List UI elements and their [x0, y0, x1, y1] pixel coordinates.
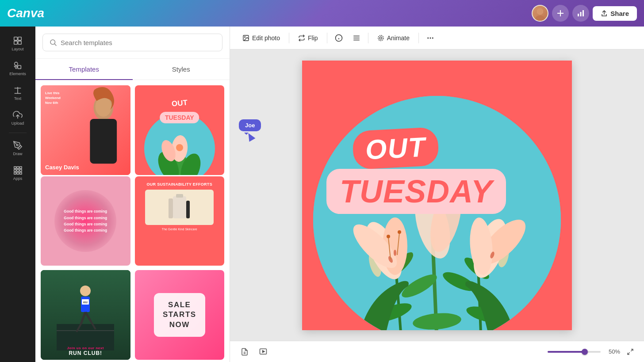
- sidebar-item-draw[interactable]: Draw: [4, 137, 31, 160]
- svg-point-90: [387, 235, 390, 238]
- svg-rect-42: [169, 198, 173, 218]
- templates-panel: Templates Styles Live this Weekend: [35, 27, 230, 362]
- joe-name: Joe: [245, 122, 255, 129]
- sidebar-item-elements[interactable]: Elements: [4, 57, 31, 80]
- user-avatar[interactable]: [532, 5, 548, 22]
- search-input-wrap[interactable]: [42, 34, 222, 51]
- template1-subtitle2: Weekend: [45, 95, 61, 100]
- sidebar-upload-label: Upload: [12, 121, 24, 126]
- svg-rect-21: [14, 166, 16, 168]
- svg-point-2: [537, 8, 543, 15]
- more-button[interactable]: [422, 30, 438, 46]
- sidebar-item-upload[interactable]: Upload: [4, 106, 31, 129]
- svg-rect-11: [14, 41, 17, 44]
- header-right: Share: [532, 5, 637, 22]
- toolbar-divider-3: [368, 33, 368, 43]
- info-button[interactable]: [331, 30, 347, 46]
- zoom-slider[interactable]: [548, 351, 601, 353]
- template1-name: Casey Davis: [45, 164, 79, 171]
- template-card-event[interactable]: Live this Weekend Nov 6th Casey Davis: [41, 85, 130, 175]
- canvas-container[interactable]: Joe: [230, 50, 644, 341]
- svg-point-64: [378, 35, 383, 41]
- zoom-label: 50%: [604, 348, 620, 355]
- template4-title: OUR SUSTAINABILITY EFFORTS: [147, 182, 212, 187]
- svg-rect-25: [17, 169, 19, 171]
- svg-rect-10: [18, 37, 21, 40]
- design-canvas[interactable]: OUT TUESDAY: [302, 61, 572, 330]
- sidebar-layout-label: Layout: [12, 47, 23, 51]
- app-logo[interactable]: Canva: [7, 6, 44, 20]
- edit-photo-button[interactable]: Edit photo: [237, 31, 285, 45]
- sidebar-draw-label: Draw: [13, 152, 22, 156]
- add-button[interactable]: [552, 5, 569, 22]
- svg-line-31: [54, 44, 56, 46]
- notes-button[interactable]: [237, 344, 252, 359]
- svg-rect-23: [20, 166, 22, 168]
- share-label: Share: [610, 10, 629, 17]
- toolbar: Edit photo Flip: [230, 27, 644, 50]
- svg-line-50: [85, 312, 91, 322]
- svg-point-56: [245, 36, 245, 37]
- tab-styles[interactable]: Styles: [133, 59, 230, 80]
- zoom-thumb[interactable]: [582, 349, 588, 355]
- svg-rect-33: [90, 119, 117, 164]
- template-card-sale[interactable]: SALE STARTS NOW: [135, 270, 225, 360]
- animate-button[interactable]: Animate: [372, 31, 415, 45]
- template-card-tuesday[interactable]: OUT TUESDAY: [135, 85, 225, 175]
- animate-icon: [377, 34, 384, 42]
- svg-rect-27: [14, 172, 16, 174]
- sidebar-item-layout[interactable]: Layout: [4, 32, 31, 55]
- svg-marker-99: [263, 351, 265, 353]
- more-icon: [426, 34, 434, 42]
- svg-rect-22: [17, 166, 19, 168]
- svg-point-30: [50, 40, 55, 45]
- template-card-sustainability[interactable]: OUR SUSTAINABILITY EFFORTS The Gentle Ki…: [135, 176, 225, 266]
- svg-point-92: [398, 230, 401, 234]
- canvas-area: Edit photo Flip: [230, 27, 644, 362]
- canvas-tuesday-label[interactable]: TUESDAY: [326, 169, 506, 214]
- svg-point-87: [394, 250, 396, 256]
- template-card-runclub[interactable]: 652 Join us on our next RUN CLUB!: [41, 270, 130, 360]
- template5-text: Join us on our next RUN CLUB!: [41, 346, 130, 356]
- toolbar-divider-2: [327, 33, 327, 43]
- svg-marker-15: [15, 66, 18, 69]
- edit-photo-icon: [242, 34, 249, 42]
- header: Canva: [0, 0, 644, 27]
- svg-rect-24: [14, 169, 16, 171]
- search-input[interactable]: [61, 39, 216, 46]
- menu-icon: [353, 34, 360, 42]
- sidebar-item-apps[interactable]: Apps: [4, 161, 31, 184]
- svg-rect-44: [176, 194, 183, 198]
- svg-line-49: [81, 312, 85, 324]
- template2-out: OUT: [167, 97, 192, 111]
- play-button[interactable]: [256, 344, 271, 359]
- zoom-controls: 50%: [548, 345, 637, 358]
- toolbar-divider-1: [289, 33, 289, 43]
- svg-point-67: [432, 37, 433, 38]
- svg-point-13: [15, 62, 18, 65]
- flip-button[interactable]: Flip: [293, 31, 323, 45]
- svg-rect-43: [186, 201, 190, 218]
- menu-button[interactable]: [349, 30, 364, 46]
- template-card-motivational[interactable]: Good things are comingGood things are co…: [41, 176, 130, 266]
- info-icon: [335, 34, 343, 42]
- canvas-out-label[interactable]: OUT: [352, 127, 439, 170]
- template1-subtitle: Live this: [45, 91, 61, 95]
- fullscreen-icon: [627, 348, 634, 355]
- template6-text: SALE STARTS NOW: [163, 300, 196, 329]
- tab-templates[interactable]: Templates: [35, 59, 133, 80]
- svg-point-66: [429, 37, 431, 38]
- svg-rect-9: [14, 37, 17, 40]
- share-button[interactable]: Share: [593, 6, 637, 21]
- svg-line-100: [631, 349, 633, 351]
- svg-text:652: 652: [83, 301, 88, 304]
- flip-icon: [298, 34, 305, 42]
- fullscreen-button[interactable]: [624, 345, 637, 358]
- sidebar-item-text[interactable]: Text: [4, 81, 31, 104]
- svg-point-20: [16, 144, 18, 146]
- template3-text: Good things are comingGood things are co…: [64, 208, 107, 234]
- stats-button[interactable]: [572, 5, 589, 22]
- animate-label: Animate: [387, 34, 410, 42]
- svg-rect-7: [583, 10, 584, 16]
- svg-rect-6: [580, 12, 582, 16]
